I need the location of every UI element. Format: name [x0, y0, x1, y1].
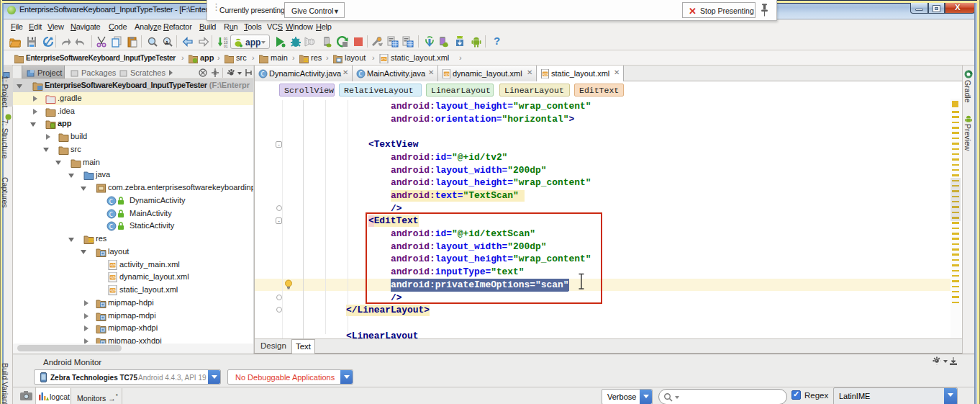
svg-text:C: C [109, 197, 113, 205]
svg-text:C: C [109, 223, 113, 230]
svg-text:<>: <> [381, 57, 386, 61]
svg-text:A: A [165, 40, 169, 46]
svg-text:01: 01 [224, 44, 228, 48]
svg-text:</>: </> [110, 275, 116, 279]
svg-text:</>: </> [110, 288, 116, 292]
svg-text:</>: </> [543, 72, 548, 76]
svg-text:C: C [359, 71, 363, 78]
svg-text:C: C [261, 71, 265, 78]
svg-text:</>: </> [110, 263, 116, 267]
svg-text:C: C [109, 210, 113, 217]
svg-text:</>: </> [444, 72, 449, 76]
